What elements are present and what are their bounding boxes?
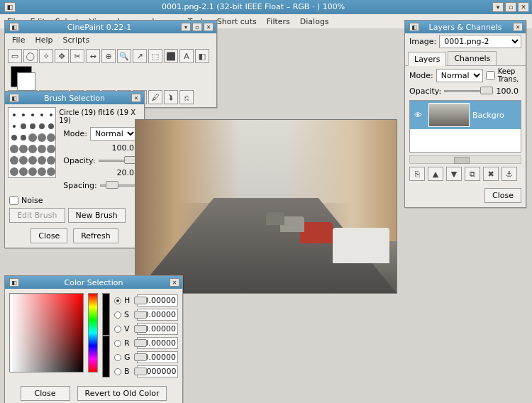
layers-close-button[interactable]: Close bbox=[484, 188, 521, 203]
color-channel-label: H bbox=[124, 296, 131, 305]
image-canvas[interactable] bbox=[135, 119, 397, 294]
tool-fuzzy-select[interactable]: ✥ bbox=[55, 49, 69, 63]
brush-noise-checkbox[interactable] bbox=[9, 196, 18, 205]
color-channel-label: G bbox=[124, 353, 131, 362]
brush-opacity-value: 100.0 bbox=[104, 143, 137, 153]
tool-ellipse-select[interactable]: ◯ bbox=[23, 49, 38, 63]
tool-ink[interactable]: 🖊 bbox=[148, 90, 162, 104]
menu-dialogs[interactable]: Dialogs bbox=[296, 16, 333, 28]
tool-magnify[interactable]: 🔍 bbox=[117, 49, 131, 63]
brush-close-button[interactable]: Close bbox=[31, 228, 67, 243]
brush-refresh-button[interactable]: Refresh bbox=[73, 228, 118, 243]
brush-name: Circle (19) flt16 (19 X 19) bbox=[59, 107, 141, 126]
tool-spline[interactable]: ◧ bbox=[195, 49, 209, 63]
layers-list[interactable]: 👁 Backgro bbox=[409, 100, 521, 153]
color-radio-g[interactable] bbox=[114, 354, 121, 361]
layers-image-select[interactable]: 0001.png-2 bbox=[439, 35, 521, 48]
brush-spacing-label: Spacing: bbox=[63, 181, 96, 190]
color-radio-v[interactable] bbox=[114, 326, 121, 333]
toolbox-maximize-button[interactable]: ▫ bbox=[192, 23, 202, 31]
toolbox-titlebar: ◧ CinePaint 0.22-1 ▾ ▫ ✕ bbox=[5, 21, 216, 33]
brush-close-icon[interactable]: ✕ bbox=[131, 94, 141, 102]
brush-new-button[interactable]: New Brush bbox=[68, 208, 126, 223]
brush-mode-label: Mode: bbox=[63, 129, 87, 138]
layer-raise-button[interactable]: ▲ bbox=[428, 167, 443, 181]
layers-scrollbar[interactable] bbox=[409, 155, 521, 164]
tool-bezier[interactable]: ✂ bbox=[70, 49, 84, 63]
brush-spacing-value: 20.0 bbox=[104, 168, 137, 177]
menu-filters[interactable]: Filters bbox=[262, 16, 294, 28]
layers-opacity-value: 100.0 bbox=[496, 87, 521, 96]
layers-opacity-slider[interactable] bbox=[444, 86, 493, 96]
layers-tabs: Layers Channels bbox=[405, 50, 526, 66]
color-close-icon[interactable]: ✕ bbox=[170, 278, 179, 287]
color-radio-b[interactable] bbox=[114, 368, 121, 375]
brush-menu-icon[interactable]: ◧ bbox=[9, 94, 19, 102]
window-minimize-button[interactable]: ▾ bbox=[492, 2, 504, 12]
toolbox-title: CinePaint 0.22-1 bbox=[19, 23, 179, 32]
layers-mode-select[interactable]: Normal bbox=[436, 69, 483, 82]
tool-rect-select[interactable]: ▭ bbox=[8, 49, 22, 63]
tool-crop[interactable]: ↗ bbox=[133, 49, 147, 63]
tab-channels[interactable]: Channels bbox=[448, 51, 497, 65]
layer-delete-button[interactable]: ✖ bbox=[483, 167, 499, 181]
app-titlebar: ◧ 0001.png-2.1 (32-bit IEEE Float – RGB … bbox=[0, 0, 532, 14]
color-close-button[interactable]: Close bbox=[21, 386, 70, 401]
brush-opacity-slider[interactable] bbox=[99, 155, 137, 165]
tab-layers[interactable]: Layers bbox=[408, 52, 446, 66]
layers-action-row: ⎘ ▲ ▼ ⧉ ✖ ⚓ bbox=[405, 164, 526, 184]
brush-edit-button: Edit Brush bbox=[9, 208, 65, 223]
color-title: Color Selection bbox=[19, 278, 168, 287]
tool-crosshair[interactable]: ⊕ bbox=[101, 49, 116, 63]
layers-menu-icon[interactable]: ◧ bbox=[409, 23, 419, 31]
brush-titlebar: ◧ Brush Selection ✕ bbox=[5, 92, 144, 104]
color-channel-rows: HSVRGB bbox=[114, 293, 178, 377]
toolbox-menu-help[interactable]: Help bbox=[31, 34, 57, 46]
color-channel-label: V bbox=[124, 324, 131, 333]
color-radio-h[interactable] bbox=[114, 297, 121, 304]
toolbox-menu-file[interactable]: File bbox=[8, 34, 29, 46]
layer-lower-button[interactable]: ▼ bbox=[446, 167, 462, 181]
toolbox-menu-scripts[interactable]: Scripts bbox=[59, 34, 94, 46]
color-radio-s[interactable] bbox=[114, 311, 121, 319]
color-radio-r[interactable] bbox=[114, 340, 121, 347]
color-revert-button[interactable]: Revert to Old Color bbox=[77, 386, 167, 401]
tool-transform[interactable]: ⬚ bbox=[148, 49, 162, 63]
layer-anchor-button[interactable]: ⚓ bbox=[501, 167, 517, 181]
layer-visibility-icon[interactable]: 👁 bbox=[410, 111, 426, 120]
color-swatch[interactable] bbox=[11, 66, 32, 87]
layers-close-icon[interactable]: ✕ bbox=[513, 23, 523, 31]
toolbox-menu-icon[interactable]: ◧ bbox=[9, 23, 19, 31]
tool-dodge[interactable]: ⮯ bbox=[164, 90, 178, 104]
tool-smudge[interactable]: ⎌ bbox=[179, 90, 194, 104]
color-hue-bar[interactable] bbox=[88, 293, 97, 372]
layers-keeptrans-label: Keep Trans. bbox=[498, 67, 521, 83]
toolbox-close-button[interactable]: ✕ bbox=[204, 23, 214, 31]
layers-panel: ◧ Layers & Channels ✕ Image: 0001.png-2 … bbox=[404, 20, 526, 208]
brush-noise-label: Noise bbox=[21, 196, 43, 205]
layers-keeptrans-checkbox[interactable] bbox=[486, 71, 495, 80]
brush-mode-select[interactable]: Normal bbox=[90, 127, 137, 140]
layers-mode-label: Mode: bbox=[409, 71, 433, 80]
window-menu-icon[interactable]: ◧ bbox=[4, 2, 16, 12]
color-menu-icon[interactable]: ◧ bbox=[9, 278, 19, 287]
tool-flip[interactable]: ⬛ bbox=[164, 49, 178, 63]
menu-shortcuts[interactable]: Short cuts bbox=[213, 16, 261, 28]
toolbox-menubar: File Help Scripts bbox=[5, 33, 216, 46]
layer-duplicate-button[interactable]: ⧉ bbox=[465, 167, 480, 181]
tool-free-select[interactable]: ✧ bbox=[39, 49, 53, 63]
window-close-button[interactable]: ✕ bbox=[518, 2, 529, 12]
layer-row-background[interactable]: 👁 Backgro bbox=[410, 101, 521, 129]
brush-grid[interactable] bbox=[8, 107, 56, 178]
tool-move[interactable]: ↔ bbox=[86, 49, 100, 63]
window-maximize-button[interactable]: ▫ bbox=[505, 2, 516, 12]
tool-text[interactable]: A bbox=[179, 49, 194, 63]
brush-spacing-slider[interactable] bbox=[100, 180, 137, 190]
layer-new-button[interactable]: ⎘ bbox=[409, 167, 425, 181]
toolbox-minimize-button[interactable]: ▾ bbox=[181, 23, 191, 31]
color-channel-label: B bbox=[124, 367, 131, 376]
color-satval-field[interactable] bbox=[9, 293, 84, 372]
layer-name-label: Backgro bbox=[472, 111, 504, 120]
brush-opacity-label: Opacity: bbox=[63, 156, 95, 165]
brush-title: Brush Selection bbox=[19, 94, 130, 103]
